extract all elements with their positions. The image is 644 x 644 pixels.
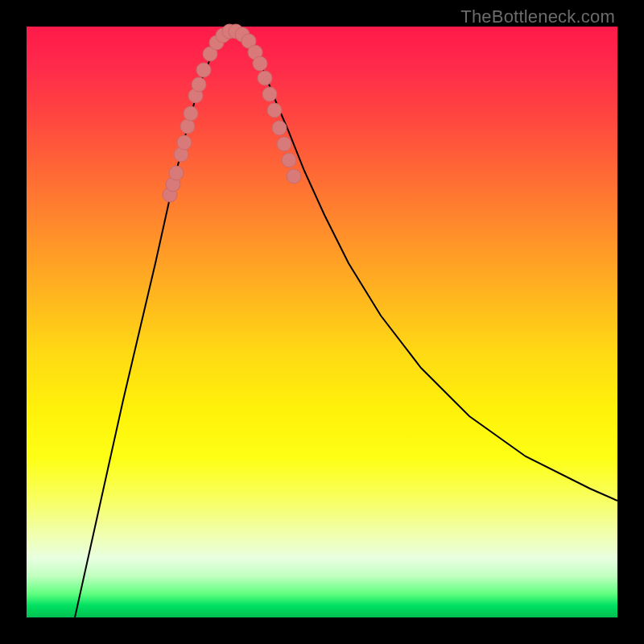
marker-dots [163,24,301,202]
marker-dot [192,77,206,92]
watermark-text: TheBottleneck.com [460,6,615,27]
marker-dot [169,166,184,180]
marker-dot [267,103,282,118]
marker-dot [177,135,192,150]
marker-dot [196,63,211,77]
marker-dot [180,119,195,134]
marker-dot [262,87,277,101]
marker-dot [253,56,267,71]
marker-dot [272,121,287,135]
right-curve [232,30,617,501]
marker-dot [277,137,291,151]
chart-svg [27,27,617,617]
marker-dot [184,106,198,121]
marker-dot [282,153,296,167]
marker-dot [287,169,301,184]
marker-dot [258,71,272,85]
left-curve [75,30,232,617]
